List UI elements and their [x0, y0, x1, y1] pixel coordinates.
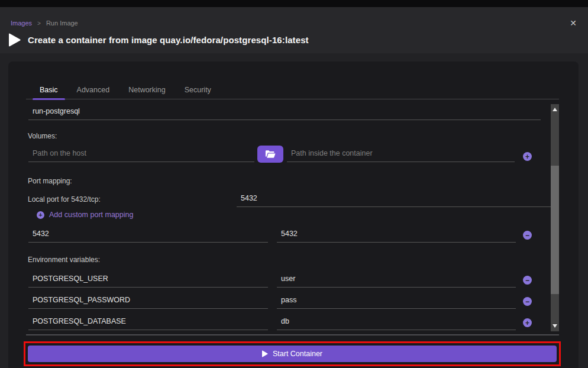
- tabs-bar: Basic Advanced Networking Security: [26, 80, 559, 99]
- start-container-button[interactable]: Start Container: [28, 346, 557, 362]
- run-image-page: { "header": { "breadcrumb": { "parent": …: [0, 0, 588, 368]
- port-mapping-label: Port mapping:: [28, 177, 72, 185]
- folder-icon: [265, 150, 276, 159]
- env-value-input-1[interactable]: [277, 272, 516, 287]
- footer-divider: [26, 334, 559, 335]
- annotation-highlight-box: Start Container: [24, 341, 561, 366]
- remove-env-row-2-icon[interactable]: −: [523, 297, 532, 306]
- env-name-input-3[interactable]: [28, 314, 268, 330]
- custom-port-host-input[interactable]: [28, 227, 268, 242]
- add-volume-icon[interactable]: +: [523, 152, 532, 161]
- volume-container-input[interactable]: [287, 146, 515, 162]
- tab-security[interactable]: Security: [177, 80, 218, 99]
- start-container-label: Start Container: [273, 350, 322, 358]
- env-name-input-1[interactable]: [28, 272, 268, 287]
- container-name-input[interactable]: [28, 104, 541, 120]
- add-port-mapping-icon: +: [37, 211, 44, 219]
- local-port-field: [237, 191, 553, 207]
- page-header: Images > Run Image ✕ Create a container …: [0, 7, 588, 53]
- breadcrumb: Images > Run Image: [11, 20, 78, 27]
- env-value-field: [277, 293, 516, 309]
- env-name-field: [28, 272, 268, 288]
- env-value-input-3[interactable]: [277, 314, 516, 330]
- breadcrumb-current: Run Image: [46, 20, 78, 27]
- add-custom-port-mapping-link[interactable]: + Add custom port mapping: [37, 211, 133, 219]
- form-scrollbar[interactable]: [551, 104, 559, 331]
- scroll-down-icon[interactable]: [553, 324, 557, 328]
- env-name-field: [28, 293, 268, 309]
- tab-basic[interactable]: Basic: [33, 80, 65, 99]
- add-custom-port-mapping-label: Add custom port mapping: [49, 211, 133, 219]
- env-variables-label: Environment variables:: [28, 256, 100, 264]
- volume-host-input[interactable]: [28, 146, 254, 162]
- container-name-field: [28, 104, 541, 120]
- play-icon: [8, 33, 21, 47]
- env-value-field: [277, 314, 516, 330]
- play-icon: [262, 350, 268, 357]
- custom-port-host-field: [28, 227, 268, 243]
- scrollbar-thumb[interactable]: [551, 166, 559, 294]
- local-port-label: Local port for 5432/tcp:: [28, 195, 101, 204]
- close-icon[interactable]: ✕: [568, 18, 579, 28]
- title-row: Create a container from image quay.io/fe…: [8, 33, 309, 47]
- breadcrumb-images-link[interactable]: Images: [11, 20, 32, 27]
- tab-advanced[interactable]: Advanced: [70, 80, 117, 99]
- browse-folder-button[interactable]: [257, 146, 283, 163]
- volumes-label: Volumes:: [28, 132, 57, 140]
- env-name-field: [28, 314, 268, 330]
- scroll-up-icon[interactable]: [553, 108, 557, 111]
- breadcrumb-separator-icon: >: [37, 20, 41, 27]
- run-image-form-panel: Basic Advanced Networking Security Volum…: [8, 62, 579, 368]
- local-port-input[interactable]: [237, 191, 553, 206]
- page-title: Create a container from image quay.io/fe…: [28, 35, 309, 45]
- window-top-bar: [0, 0, 588, 7]
- add-env-row-icon[interactable]: +: [523, 318, 532, 327]
- env-name-input-2[interactable]: [28, 293, 268, 308]
- volume-container-field: [287, 146, 515, 162]
- volume-host-field: [28, 146, 254, 162]
- custom-port-container-input[interactable]: [277, 227, 516, 242]
- remove-port-mapping-icon[interactable]: −: [523, 231, 532, 240]
- tab-networking[interactable]: Networking: [121, 80, 173, 99]
- env-value-field: [277, 272, 516, 288]
- remove-env-row-1-icon[interactable]: −: [523, 276, 532, 285]
- custom-port-container-field: [277, 227, 516, 243]
- env-value-input-2[interactable]: [277, 293, 516, 308]
